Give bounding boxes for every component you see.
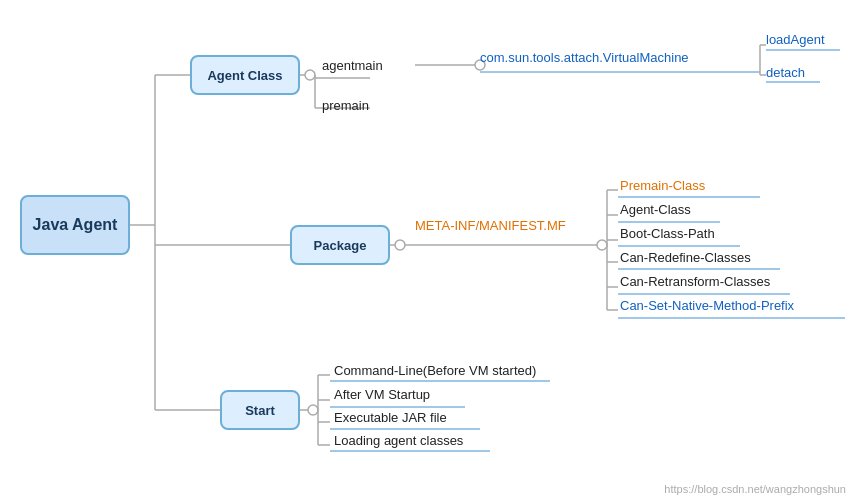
command-line-label: Command-Line(Before VM started) xyxy=(334,363,536,378)
premain-label: premain xyxy=(322,98,369,113)
loading-agent-label: Loading agent classes xyxy=(334,433,463,448)
package-node: Package xyxy=(290,225,390,265)
agent-class-label: Agent Class xyxy=(207,68,282,83)
load-agent-label: loadAgent xyxy=(766,32,825,47)
agentmain-label: agentmain xyxy=(322,58,383,73)
agent-class-attr-label: Agent-Class xyxy=(620,202,691,217)
java-agent-node: Java Agent xyxy=(20,195,130,255)
start-node: Start xyxy=(220,390,300,430)
can-retransform-label: Can-Retransform-Classes xyxy=(620,274,770,289)
start-label: Start xyxy=(245,403,275,418)
agent-class-node: Agent Class xyxy=(190,55,300,95)
after-vm-label: After VM Startup xyxy=(334,387,430,402)
can-set-native-label: Can-Set-Native-Method-Prefix xyxy=(620,298,794,313)
svg-point-23 xyxy=(597,240,607,250)
svg-point-21 xyxy=(395,240,405,250)
watermark: https://blog.csdn.net/wangzhongshun xyxy=(664,483,846,495)
exec-jar-label: Executable JAR file xyxy=(334,410,447,425)
svg-point-38 xyxy=(308,405,318,415)
premain-class-label: Premain-Class xyxy=(620,178,705,193)
detach-label: detach xyxy=(766,65,805,80)
vm-class-label: com.sun.tools.attach.VirtualMachine xyxy=(480,50,689,65)
boot-class-path-label: Boot-Class-Path xyxy=(620,226,715,241)
java-agent-label: Java Agent xyxy=(33,216,118,234)
manifest-label: META-INF/MANIFEST.MF xyxy=(415,218,566,233)
package-label: Package xyxy=(314,238,367,253)
can-redefine-label: Can-Redefine-Classes xyxy=(620,250,751,265)
diagram-container: Java Agent Agent Class Package Start age… xyxy=(0,0,856,503)
svg-point-7 xyxy=(305,70,315,80)
